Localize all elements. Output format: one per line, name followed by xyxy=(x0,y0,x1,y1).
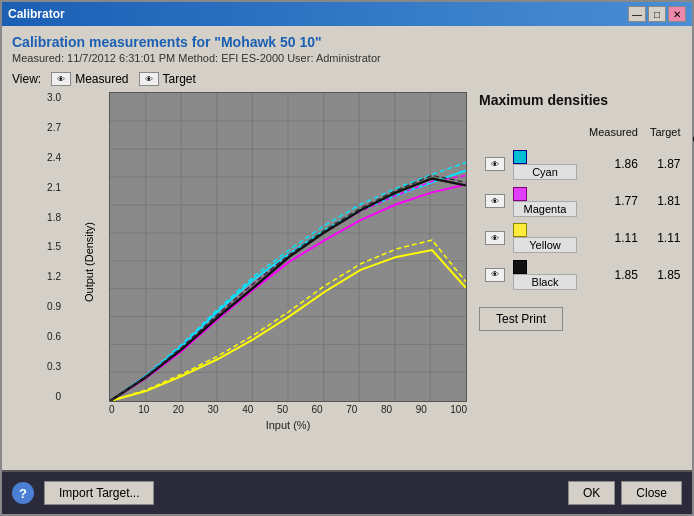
table-row: 👁 Cyan 1.86 1.87 0% xyxy=(479,146,694,183)
magenta-label-cell: Magenta xyxy=(511,183,583,220)
density-table: Measured Target Visualdifference 👁 xyxy=(479,118,694,293)
max-densities-title: Maximum densities xyxy=(479,92,694,108)
y-tick: 2.7 xyxy=(29,122,61,133)
page-title: Calibration measurements for "Mohawk 50 … xyxy=(12,34,682,50)
magenta-measured: 1.77 xyxy=(583,183,644,220)
magenta-swatch xyxy=(513,187,527,201)
yellow-measured: 1.11 xyxy=(583,220,644,257)
black-label-cell: Black xyxy=(511,256,583,293)
yellow-label-cell: Yellow xyxy=(511,220,583,257)
view-row: View: 👁 Measured 👁 Target xyxy=(12,72,682,86)
y-tick: 0.6 xyxy=(29,331,61,342)
table-row: 👁 Yellow 1.11 1.11 0% xyxy=(479,220,694,257)
y-axis-ticks: 3.0 2.7 2.4 2.1 1.8 1.5 1.2 0.9 0.6 0.3 xyxy=(29,92,61,402)
magenta-target: 1.81 xyxy=(644,183,687,220)
calibrator-window: Calibrator — □ ✕ Calibration measurement… xyxy=(0,0,694,516)
table-row: 👁 Black 1.85 1.85 0% xyxy=(479,256,694,293)
yellow-eye-button[interactable]: 👁 xyxy=(485,231,505,245)
cyan-eye-button[interactable]: 👁 xyxy=(485,157,505,171)
black-eye-button[interactable]: 👁 xyxy=(485,268,505,282)
y-tick: 2.1 xyxy=(29,182,61,193)
y-tick: 3.0 xyxy=(29,92,61,103)
yellow-swatch xyxy=(513,223,527,237)
y-tick: 0.3 xyxy=(29,361,61,372)
cyan-target: 1.87 xyxy=(644,146,687,183)
ok-button[interactable]: OK xyxy=(568,481,615,505)
main-content: Calibration measurements for "Mohawk 50 … xyxy=(2,26,692,470)
magenta-color-btn: Magenta xyxy=(513,201,577,217)
cyan-swatch xyxy=(513,150,527,164)
chart-area: Output (Density) 3.0 2.7 2.4 2.1 1.8 1.5… xyxy=(12,92,467,462)
magenta-visual-diff: 0% xyxy=(687,183,695,220)
right-panel: Maximum densities Measured Target Visual… xyxy=(479,92,694,462)
main-area: Output (Density) 3.0 2.7 2.4 2.1 1.8 1.5… xyxy=(12,92,682,462)
view-measured-label: Measured xyxy=(75,72,128,86)
view-measured-item: 👁 Measured xyxy=(51,72,128,86)
y-tick: 0 xyxy=(29,391,61,402)
x-tick: 0 xyxy=(109,404,115,415)
cyan-measured: 1.86 xyxy=(583,146,644,183)
magenta-eye-button[interactable]: 👁 xyxy=(485,194,505,208)
cyan-label-cell: Cyan xyxy=(511,146,583,183)
col-target-header: Target xyxy=(644,118,687,146)
eye-cell-cyan: 👁 xyxy=(479,146,511,183)
x-tick: 40 xyxy=(242,404,253,415)
maximize-button[interactable]: □ xyxy=(648,6,666,22)
yellow-visual-diff: 0% xyxy=(687,220,695,257)
x-tick: 50 xyxy=(277,404,288,415)
x-tick: 80 xyxy=(381,404,392,415)
import-target-button[interactable]: Import Target... xyxy=(44,481,154,505)
eye-cell-black: 👁 xyxy=(479,256,511,293)
black-visual-diff: 0% xyxy=(687,256,695,293)
footer-right-buttons: OK Close xyxy=(568,481,682,505)
view-target-item: 👁 Target xyxy=(139,72,196,86)
yellow-color-btn: Yellow xyxy=(513,237,577,253)
y-axis-label: Output (Density) xyxy=(83,221,95,301)
footer: ? Import Target... OK Close xyxy=(2,470,692,514)
header-subtitle: Measured: 11/7/2012 6:31:01 PM Method: E… xyxy=(12,52,682,64)
y-tick: 2.4 xyxy=(29,152,61,163)
x-axis-ticks: 0 10 20 30 40 50 60 70 80 90 100 xyxy=(109,404,467,415)
help-button[interactable]: ? xyxy=(12,482,34,504)
col-color xyxy=(479,118,583,146)
close-button[interactable]: Close xyxy=(621,481,682,505)
x-tick: 30 xyxy=(208,404,219,415)
target-eye-button[interactable]: 👁 xyxy=(139,72,159,86)
x-tick: 10 xyxy=(138,404,149,415)
x-tick: 20 xyxy=(173,404,184,415)
eye-cell-yellow: 👁 xyxy=(479,220,511,257)
table-row: 👁 Magenta 1.77 1.81 0% xyxy=(479,183,694,220)
x-tick: 90 xyxy=(416,404,427,415)
chart-container xyxy=(109,92,467,402)
view-target-label: Target xyxy=(163,72,196,86)
eye-cell-magenta: 👁 xyxy=(479,183,511,220)
yellow-target: 1.11 xyxy=(644,220,687,257)
title-bar-buttons: — □ ✕ xyxy=(628,6,686,22)
test-print-button[interactable]: Test Print xyxy=(479,307,563,331)
y-tick: 1.5 xyxy=(29,241,61,252)
y-tick: 1.2 xyxy=(29,271,61,282)
title-bar: Calibrator — □ ✕ xyxy=(2,2,692,26)
x-tick: 100 xyxy=(450,404,467,415)
x-axis-label: Input (%) xyxy=(109,419,467,431)
col-visual-diff-header: Visualdifference xyxy=(687,118,695,146)
minimize-button[interactable]: — xyxy=(628,6,646,22)
close-window-button[interactable]: ✕ xyxy=(668,6,686,22)
cyan-visual-diff: 0% xyxy=(687,146,695,183)
black-target: 1.85 xyxy=(644,256,687,293)
col-measured-header: Measured xyxy=(583,118,644,146)
window-title: Calibrator xyxy=(8,7,65,21)
black-color-btn: Black xyxy=(513,274,577,290)
cyan-color-btn: Cyan xyxy=(513,164,577,180)
x-tick: 60 xyxy=(312,404,323,415)
black-measured: 1.85 xyxy=(583,256,644,293)
view-label: View: xyxy=(12,72,41,86)
y-tick: 1.8 xyxy=(29,212,61,223)
measured-eye-button[interactable]: 👁 xyxy=(51,72,71,86)
x-tick: 70 xyxy=(346,404,357,415)
black-swatch xyxy=(513,260,527,274)
y-tick: 0.9 xyxy=(29,301,61,312)
chart-wrapper: Output (Density) 3.0 2.7 2.4 2.1 1.8 1.5… xyxy=(67,92,467,431)
